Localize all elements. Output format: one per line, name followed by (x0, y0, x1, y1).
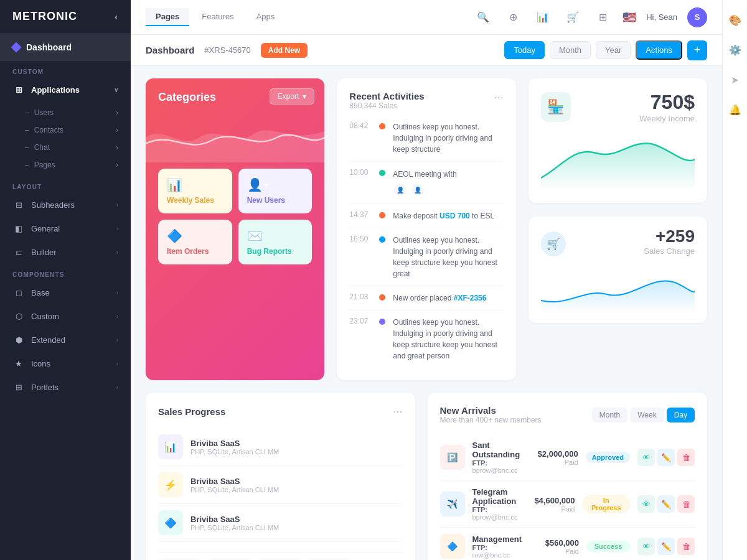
cat-item-weekly-sales[interactable]: 📊 Weekly Sales (158, 169, 232, 213)
tab-features[interactable]: Features (192, 8, 243, 26)
progress-info-0: Briviba SaaS PHP, SQLite, Artisan CLI MM (190, 439, 403, 455)
actions-button[interactable]: Actions (636, 40, 682, 60)
sales-progress-card: Sales Progress ··· 📊 Briviba SaaS PHP, S… (146, 393, 415, 560)
activity-item-0842: 08:42 Outlines keep you honest. Indulgin… (349, 115, 503, 162)
order-highlight: #XF-2356 (454, 294, 487, 302)
progress-menu-icon[interactable]: ··· (393, 405, 403, 418)
palette-icon[interactable]: 🎨 (725, 10, 745, 30)
sidebar-collapse-icon[interactable]: ‹ (115, 12, 118, 22)
edit-button-2[interactable]: ✏️ (657, 538, 675, 555)
arrival-icon-0: 🅿️ (440, 445, 465, 470)
progress-icon-1: ⚡ (158, 472, 183, 497)
activity-time: 23:07 (349, 317, 372, 325)
progress-item-2: 🔷 Briviba SaaS PHP, SQLite, Artisan CLI … (158, 504, 403, 542)
dashboard-label: Dashboard (26, 42, 72, 52)
view-button-1[interactable]: 👁 (637, 495, 655, 513)
activity-item-1437: 14:37 Make deposit USD 700 to ESL (349, 204, 503, 228)
weekly-income-chart (541, 128, 695, 190)
year-button[interactable]: Year (596, 41, 631, 59)
send-icon[interactable]: ➤ (725, 70, 745, 90)
usd-highlight: USD 700 (439, 212, 470, 220)
sidebar: METRONIC ‹ Dashboard CUSTOM ⊞ Applicatio… (0, 0, 131, 560)
topnav: Pages Features Apps 🔍 ⊕ 📊 🛒 ⊞ 🇺🇸 Hi, Sea… (131, 0, 722, 35)
recent-activities-card: Recent Activities 890,344 Sales ··· 08:4… (337, 78, 515, 380)
pages-chevron-icon: › (116, 161, 118, 169)
arrivals-subtitle: More than 400+ new members (440, 416, 542, 424)
activity-dot-blue (379, 236, 385, 243)
bug-reports-icon: ✉️ (247, 228, 263, 243)
sidebar-item-contacts[interactable]: –Contacts› (0, 121, 131, 139)
dashboard-diamond-icon (11, 42, 22, 53)
add-button[interactable]: + (687, 40, 707, 60)
tab-week[interactable]: Week (630, 408, 664, 422)
sidebar-item-users[interactable]: –Users› (0, 104, 131, 121)
categories-card: Categories Export ▾ 📊 Wee (146, 78, 324, 380)
sidebar-item-applications[interactable]: ⊞ Applications ∨ (0, 78, 131, 101)
top-grid: Categories Export ▾ 📊 Wee (146, 78, 707, 380)
weekly-income-card: 🏪 750$ Weekly Income (529, 78, 707, 203)
view-button-2[interactable]: 👁 (637, 538, 655, 555)
tab-apps[interactable]: Apps (247, 8, 285, 26)
grid-icon[interactable]: ⊞ (593, 7, 613, 27)
edit-button-0[interactable]: ✏️ (657, 449, 675, 466)
activities-menu-icon[interactable]: ··· (494, 91, 504, 104)
cat-item-new-users[interactable]: 👤+ New Users (238, 169, 312, 213)
export-button[interactable]: Export ▾ (270, 88, 315, 105)
builder-chevron-icon: › (116, 249, 118, 256)
main-content: Pages Features Apps 🔍 ⊕ 📊 🛒 ⊞ 🇺🇸 Hi, Sea… (131, 0, 722, 560)
progress-header: Sales Progress ··· (158, 405, 403, 418)
sidebar-item-custom-comp[interactable]: ⬡Custom › (0, 304, 131, 328)
custom-comp-chevron-icon: › (116, 313, 118, 320)
delete-button-0[interactable]: 🗑 (677, 449, 695, 466)
extended-chevron-icon: › (116, 337, 118, 343)
today-button[interactable]: Today (504, 41, 545, 59)
sidebar-item-builder[interactable]: ⊏Builder › (0, 240, 131, 264)
sidebar-item-base[interactable]: ◻Base › (0, 281, 131, 304)
edit-button-1[interactable]: ✏️ (657, 495, 675, 513)
cart-icon[interactable]: 🛒 (563, 7, 583, 27)
sidebar-item-dashboard[interactable]: Dashboard (0, 34, 131, 61)
tab-day[interactable]: Day (667, 408, 695, 422)
sidebar-item-icons[interactable]: ★Icons › (0, 352, 131, 375)
settings-icon[interactable]: ⚙️ (725, 40, 745, 60)
arrival-row-1: ✈️ Telegram Application FTP: bprow@bnc.c… (440, 481, 695, 528)
arrivals-header: New Arrivals More than 400+ new members … (440, 405, 695, 432)
chart-icon[interactable]: 📊 (533, 7, 553, 27)
activity-text: Make deposit USD 700 to ESL (393, 210, 494, 222)
language-flag[interactable]: 🇺🇸 (622, 11, 636, 24)
view-button-0[interactable]: 👁 (637, 449, 655, 466)
arrival-price-1: $4,600,000 (525, 496, 575, 505)
cat-item-item-orders[interactable]: 🔷 Item Orders (158, 220, 232, 264)
sidebar-item-portlets[interactable]: ⊞Portlets › (0, 375, 131, 399)
bell-icon[interactable]: 🔔 (725, 100, 745, 119)
sidebar-item-extended[interactable]: ⬢Extended › (0, 328, 131, 352)
arrival-badge-1: In Progress (582, 495, 630, 513)
base-icon: ◻ (12, 286, 25, 299)
sales-avatar: 🛒 (541, 231, 566, 256)
progress-item-0: 📊 Briviba SaaS PHP, SQLite, Artisan CLI … (158, 428, 403, 466)
sidebar-item-general[interactable]: ◧General › (0, 217, 131, 240)
avatar-2: 👤 (410, 182, 425, 197)
subheader: Dashboard #XRS-45670 Add New Today Month… (131, 35, 722, 66)
activity-time: 16:50 (349, 235, 372, 243)
month-button[interactable]: Month (550, 41, 591, 59)
ticket-ref: #XRS-45670 (204, 45, 250, 55)
users-chevron-icon: › (116, 108, 118, 117)
extended-icon: ⬢ (12, 334, 25, 346)
sidebar-item-pages[interactable]: –Pages› (0, 156, 131, 174)
sidebar-item-chat[interactable]: –Chat› (0, 139, 131, 156)
add-new-button[interactable]: Add New (261, 43, 308, 58)
cat-item-bug-reports[interactable]: ✉️ Bug Reports (238, 220, 312, 264)
tab-pages[interactable]: Pages (146, 8, 189, 26)
arrival-status-1: Paid (525, 505, 575, 513)
user-avatar[interactable]: S (687, 7, 707, 27)
activity-avatars: 👤 👤 (393, 182, 456, 197)
sidebar-item-subheaders[interactable]: ⊟Subheaders › (0, 193, 131, 217)
delete-button-2[interactable]: 🗑 (677, 538, 695, 555)
tab-month[interactable]: Month (592, 408, 627, 422)
user-greeting: Hi, Sean (646, 12, 677, 22)
delete-button-1[interactable]: 🗑 (677, 495, 695, 513)
weekly-label: Weekly Income (639, 114, 695, 123)
search-icon[interactable]: 🔍 (473, 7, 493, 27)
network-icon[interactable]: ⊕ (503, 7, 523, 27)
